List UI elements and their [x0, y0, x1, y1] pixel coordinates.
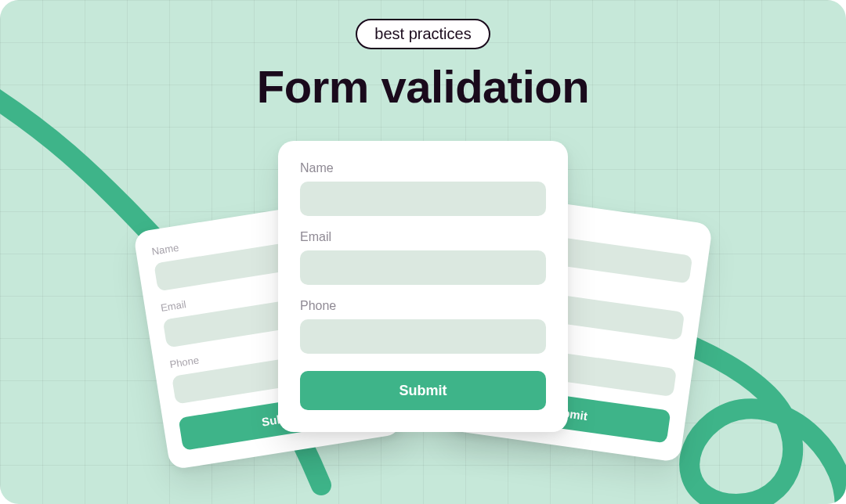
name-input[interactable]: [300, 182, 546, 216]
field-label: Email: [300, 230, 546, 244]
form-card-front: Name Email Phone Submit: [278, 141, 568, 432]
cards-wrap: Name Email Phone Submit Name Email: [0, 141, 846, 501]
phone-input[interactable]: [300, 319, 546, 354]
field-label: Phone: [300, 299, 546, 313]
email-input[interactable]: [300, 250, 546, 285]
field-phone: Phone: [300, 299, 546, 354]
canvas: best practices Form validation Name Emai…: [0, 0, 846, 504]
page-title: Form validation: [257, 60, 589, 113]
badge-best-practices: best practices: [356, 19, 490, 49]
submit-button[interactable]: Submit: [300, 371, 546, 410]
field-label: Name: [300, 161, 546, 175]
header: best practices Form validation: [0, 19, 846, 113]
field-email: Email: [300, 230, 546, 285]
field-name: Name: [300, 161, 546, 216]
